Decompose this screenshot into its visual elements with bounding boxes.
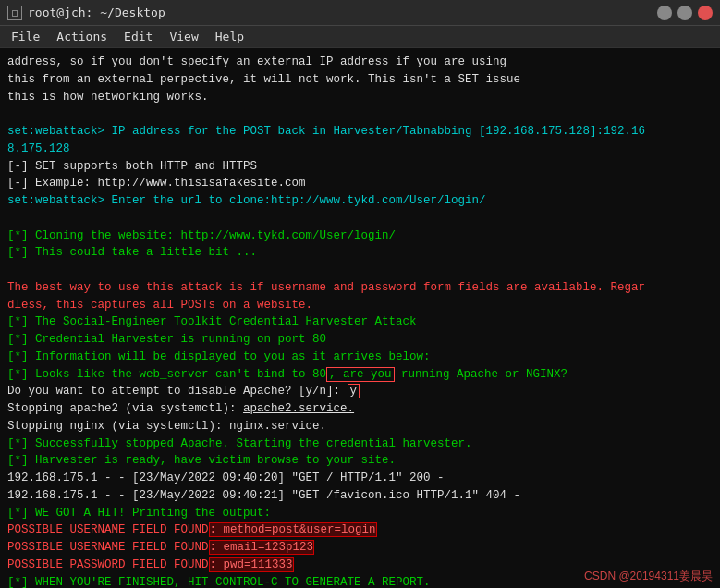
terminal-line: [*] Looks like the web_server can't bind…	[7, 366, 713, 384]
minimize-button[interactable]	[657, 6, 672, 20]
terminal-line: Stopping apache2 (via systemctl): apache…	[7, 400, 713, 418]
window-icon: □	[7, 6, 22, 20]
terminal-line: Do you want to attempt to disable Apache…	[7, 383, 713, 400]
terminal-body[interactable]: address, so if you don't specify an exte…	[0, 48, 720, 588]
terminal-line: [*] The Social-Engineer Toolkit Credenti…	[7, 313, 713, 331]
maximize-button[interactable]	[677, 6, 692, 20]
menu-help[interactable]: Help	[208, 28, 251, 45]
terminal-line: 192.168.175.1 - - [23/May/2022 09:40:21]…	[7, 487, 713, 505]
terminal-line: [*] Information will be displayed to you…	[7, 349, 713, 366]
menu-bar: File Actions Edit View Help	[0, 26, 720, 48]
menu-view[interactable]: View	[162, 28, 205, 45]
terminal-line: [*] Harvester is ready, have victim brow…	[7, 452, 713, 470]
title-bar-left: □ root@jch: ~/Desktop	[7, 6, 165, 20]
watermark: CSDN @20194311姜晨昊	[584, 569, 713, 584]
menu-actions[interactable]: Actions	[49, 28, 115, 45]
terminal-line: POSSIBLE USERNAME FIELD FOUND: email=123…	[7, 539, 713, 557]
terminal-line	[7, 262, 713, 279]
terminal-line: [*] Credential Harvester is running on p…	[7, 331, 713, 349]
terminal-line: [*] Successfully stopped Apache. Startin…	[7, 435, 713, 453]
terminal-window: □ root@jch: ~/Desktop File Actions Edit …	[0, 0, 720, 588]
terminal-line: [-] SET supports both HTTP and HTTPS	[7, 158, 713, 176]
terminal-wrapper: address, so if you don't specify an exte…	[0, 48, 720, 588]
terminal-line: set:webattack> IP address for the POST b…	[7, 123, 713, 158]
terminal-line: this from an external perpective, it wil…	[7, 71, 713, 89]
terminal-line: [-] Example: http://www.thisisafakesite.…	[7, 175, 713, 192]
terminal-line: The best way to use this attack is if us…	[7, 279, 713, 314]
menu-file[interactable]: File	[4, 28, 47, 45]
title-bar: □ root@jch: ~/Desktop	[0, 0, 720, 26]
terminal-line: 192.168.175.1 - - [23/May/2022 09:40:20]…	[7, 470, 713, 487]
terminal-line: POSSIBLE USERNAME FIELD FOUND: method=po…	[7, 521, 713, 539]
window-controls	[657, 6, 713, 20]
menu-edit[interactable]: Edit	[116, 28, 160, 45]
close-button[interactable]	[698, 6, 713, 20]
terminal-line: [*] WE GOT A HIT! Printing the output:	[7, 505, 713, 522]
window-title: root@jch: ~/Desktop	[28, 6, 165, 19]
terminal-line	[7, 105, 713, 123]
terminal-line: address, so if you don't specify an exte…	[7, 54, 713, 71]
terminal-line	[7, 210, 713, 227]
terminal-line: this is how networking works.	[7, 89, 713, 106]
terminal-line: set:webattack> Enter the url to clone:ht…	[7, 192, 713, 210]
terminal-line: [*] Cloning the website: http://www.tykd…	[7, 227, 713, 245]
terminal-line: [*] This could take a little bit ...	[7, 244, 713, 262]
terminal-line: Stopping nginx (via systemctl): nginx.se…	[7, 418, 713, 435]
